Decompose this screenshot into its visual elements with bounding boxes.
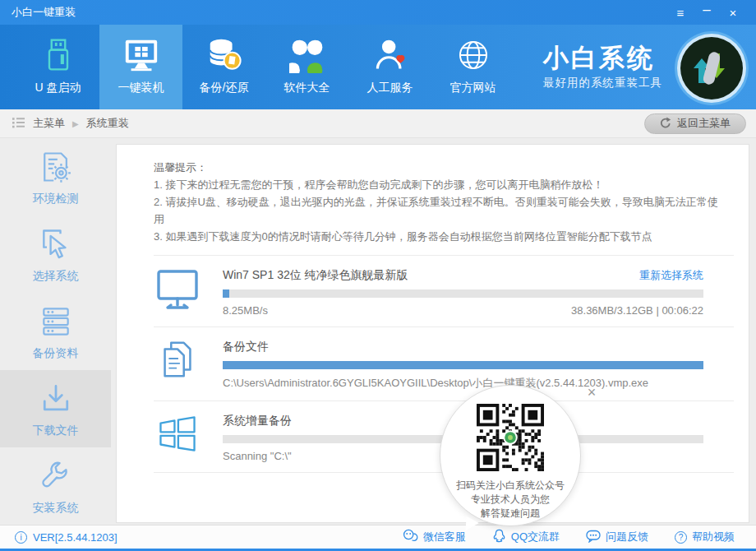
backup-title: 备份文件 bbox=[223, 340, 269, 354]
minimize-icon[interactable]: – bbox=[695, 2, 718, 22]
cursor-select-icon bbox=[37, 225, 75, 263]
feedback-link[interactable]: 问题反馈 bbox=[586, 529, 648, 545]
backup-file-section: 备份文件 C:\Users\Administrator.6GYGLI5KAOYG… bbox=[117, 327, 749, 401]
wechat-support-link[interactable]: 微信客服 bbox=[403, 529, 466, 545]
tips-line-1: 1. 接下来的过程无需您的干预，程序会帮助您自动完成剩下的步骤，您可以离开电脑稍… bbox=[154, 176, 726, 193]
sidebar-item-label: 下载文件 bbox=[33, 424, 79, 438]
status-bar: i VER[2.5.44.1203] 微信客服 QQ交流群 bbox=[0, 525, 756, 551]
monitor-icon bbox=[122, 35, 161, 75]
sidebar-item-label: 环境检测 bbox=[33, 192, 79, 206]
download-progress-bar bbox=[223, 289, 703, 298]
chevron-right-icon: ▶ bbox=[72, 119, 79, 128]
sidebar: 环境检测 选择系统 备份资料 bbox=[0, 138, 111, 525]
nav-item-label: 备份/还原 bbox=[200, 81, 249, 95]
qr-text-line-3: 解答疑难问题 bbox=[440, 507, 580, 521]
download-progress-text: 38.36MB/3.12GB | 00:06:22 bbox=[571, 304, 703, 317]
qq-group-link[interactable]: QQ交流群 bbox=[492, 529, 560, 545]
nav-item-label: 人工服务 bbox=[367, 81, 413, 95]
qr-text-line-2: 专业技术人员为您 bbox=[440, 493, 580, 507]
globe-icon bbox=[454, 35, 493, 75]
close-icon[interactable]: × bbox=[721, 2, 744, 22]
main-area: 温馨提示： 1. 接下来的过程无需您的干预，程序会帮助您自动完成剩下的步骤，您可… bbox=[111, 138, 756, 525]
box-gear-icon bbox=[37, 148, 75, 186]
person-service-icon bbox=[371, 35, 410, 75]
breadcrumb-current: 系统重装 bbox=[86, 116, 129, 131]
sidebar-item-label: 选择系统 bbox=[33, 269, 79, 284]
footer-link-label: QQ交流群 bbox=[511, 530, 560, 544]
download-progress-fill bbox=[223, 289, 229, 298]
qr-code bbox=[477, 404, 544, 471]
nav-item-backup-restore[interactable]: 备份/还原 bbox=[182, 25, 265, 109]
documents-icon bbox=[154, 337, 201, 383]
footer-link-label: 帮助视频 bbox=[692, 530, 735, 544]
feedback-bubble-icon bbox=[586, 530, 601, 545]
brand-logo-icon bbox=[674, 30, 749, 106]
app-window: 小白一键重装 ≡ – × U 盘启动 bbox=[0, 0, 756, 551]
body: 环境检测 选择系统 备份资料 bbox=[0, 138, 756, 525]
wechat-icon bbox=[403, 529, 418, 545]
qr-close-icon[interactable]: × bbox=[583, 385, 600, 401]
back-button-label: 返回主菜单 bbox=[677, 116, 731, 131]
windows-flag-icon bbox=[154, 411, 201, 457]
sidebar-item-label: 安装系统 bbox=[33, 501, 79, 516]
nav-item-human-service[interactable]: 人工服务 bbox=[348, 25, 431, 109]
download-icon bbox=[37, 380, 75, 418]
title-bar: 小白一键重装 ≡ – × bbox=[0, 0, 756, 25]
list-menu-icon bbox=[12, 116, 25, 132]
footer-link-label: 微信客服 bbox=[423, 530, 466, 544]
incremental-title: 系统增量备份 bbox=[223, 414, 292, 428]
nav-item-label: U 盘启动 bbox=[35, 81, 81, 95]
version-text: VER[2.5.44.1203] bbox=[33, 531, 118, 544]
brand-text: 小白系统 最好用的系统重装工具 bbox=[543, 44, 662, 91]
usb-drive-icon bbox=[39, 35, 78, 75]
server-stack-icon bbox=[37, 303, 75, 340]
nav-item-official-site[interactable]: 官方网站 bbox=[431, 25, 514, 109]
monitor-outline-icon bbox=[154, 266, 201, 312]
back-rotate-icon bbox=[660, 117, 671, 131]
footer-links: 微信客服 QQ交流群 问题反馈 ? bbox=[403, 529, 735, 545]
nav-item-label: 软件大全 bbox=[284, 81, 330, 95]
database-backup-icon bbox=[205, 35, 244, 75]
nav-item-label: 一键装机 bbox=[118, 81, 164, 95]
menu-icon[interactable]: ≡ bbox=[669, 2, 692, 22]
incremental-backup-section: 系统增量备份 Scanning "C:\" bbox=[117, 401, 749, 472]
tips-line-2: 2. 请拔掉U盘、移动硬盘，退出光驱内的光盘，并保证系统重装过程不断电。否则重装… bbox=[154, 193, 726, 228]
software-clover-icon bbox=[288, 35, 327, 75]
download-title: Win7 SP1 32位 纯净绿色旗舰最新版 bbox=[223, 268, 408, 283]
qq-penguin-icon bbox=[492, 529, 506, 545]
tips-line-3: 3. 如果遇到下载速度为0的情况时请耐心等待几分钟，服务器会自动根据您当前网络位… bbox=[154, 228, 726, 245]
footer-link-label: 问题反馈 bbox=[606, 530, 648, 544]
brand-area: 小白系统 最好用的系统重装工具 bbox=[543, 25, 756, 109]
tips-block: 温馨提示： 1. 接下来的过程无需您的干预，程序会帮助您自动完成剩下的步骤，您可… bbox=[117, 145, 749, 255]
nav-item-software[interactable]: 软件大全 bbox=[265, 25, 348, 109]
nav-item-one-key-install[interactable]: 一键装机 bbox=[99, 25, 182, 109]
qr-popup: 扫码关注小白系统公众号 专业技术人员为您 解答疑难问题 bbox=[440, 385, 581, 526]
window-title: 小白一键重装 bbox=[12, 5, 76, 20]
download-speed: 8.25MB/s bbox=[223, 304, 268, 317]
help-icon: ? bbox=[675, 531, 687, 544]
sidebar-item-select-system[interactable]: 选择系统 bbox=[0, 215, 111, 293]
qr-text-line-1: 扫码关注小白系统公众号 bbox=[440, 479, 580, 493]
reselect-system-link[interactable]: 重新选择系统 bbox=[639, 268, 703, 283]
nav-item-usb-boot[interactable]: U 盘启动 bbox=[16, 25, 99, 109]
brand-name: 小白系统 bbox=[543, 44, 662, 73]
sidebar-item-env-check[interactable]: 环境检测 bbox=[0, 138, 111, 215]
sidebar-item-download-files[interactable]: 下载文件 bbox=[0, 370, 111, 447]
window-controls: ≡ – × bbox=[669, 2, 744, 22]
backup-progress-fill bbox=[223, 361, 703, 369]
top-navigation: U 盘启动 一键装机 备份/还原 bbox=[0, 25, 756, 109]
help-video-link[interactable]: ? 帮助视频 bbox=[675, 529, 735, 545]
download-section: Win7 SP1 32位 纯净绿色旗舰最新版 重新选择系统 8.25MB/s 3… bbox=[117, 256, 749, 326]
version-info[interactable]: i VER[2.5.44.1203] bbox=[15, 531, 118, 544]
sidebar-item-backup-data[interactable]: 备份资料 bbox=[0, 293, 111, 370]
nav-item-label: 官方网站 bbox=[450, 81, 496, 95]
breadcrumb-root[interactable]: 主菜单 bbox=[33, 116, 65, 131]
tips-title: 温馨提示： bbox=[154, 159, 726, 176]
sidebar-item-install-system[interactable]: 安装系统 bbox=[0, 447, 111, 525]
backup-progress-bar bbox=[223, 361, 703, 369]
wrench-icon bbox=[37, 457, 75, 495]
breadcrumb: 主菜单 ▶ 系统重装 返回主菜单 bbox=[0, 109, 756, 138]
sidebar-item-label: 备份资料 bbox=[33, 346, 79, 361]
info-icon: i bbox=[15, 531, 27, 544]
back-to-main-menu-button[interactable]: 返回主菜单 bbox=[644, 113, 746, 134]
